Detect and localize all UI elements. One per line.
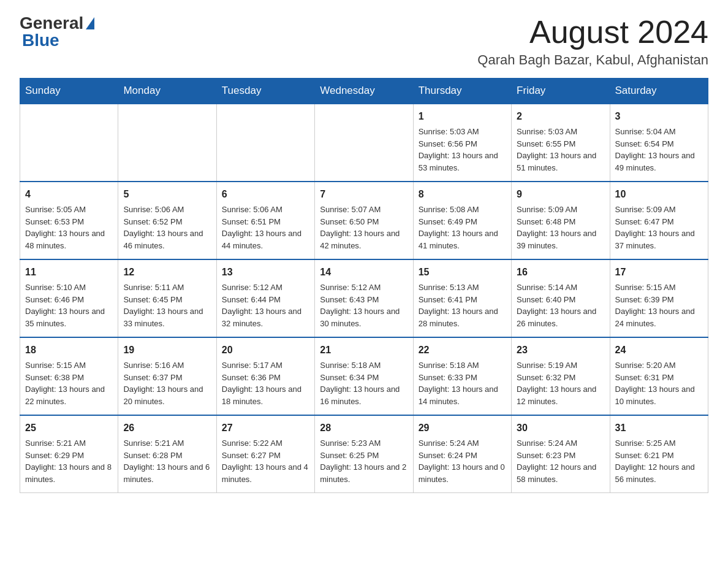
day-number: 13 bbox=[222, 265, 309, 280]
day-info: Sunrise: 5:21 AM Sunset: 6:29 PM Dayligh… bbox=[25, 437, 113, 485]
day-info: Sunrise: 5:15 AM Sunset: 6:39 PM Dayligh… bbox=[615, 282, 703, 329]
logo-triangle-icon bbox=[86, 17, 94, 29]
day-number: 26 bbox=[123, 421, 211, 435]
calendar-cell: 28Sunrise: 5:23 AM Sunset: 6:25 PM Dayli… bbox=[315, 415, 413, 493]
weekday-header-saturday: Saturday bbox=[610, 79, 708, 104]
day-number: 5 bbox=[123, 187, 211, 202]
day-info: Sunrise: 5:17 AM Sunset: 6:36 PM Dayligh… bbox=[222, 359, 309, 407]
calendar-cell: 7Sunrise: 5:07 AM Sunset: 6:50 PM Daylig… bbox=[315, 182, 413, 259]
calendar-cell: 18Sunrise: 5:15 AM Sunset: 6:38 PM Dayli… bbox=[20, 337, 118, 415]
day-number: 18 bbox=[25, 343, 113, 358]
day-info: Sunrise: 5:10 AM Sunset: 6:46 PM Dayligh… bbox=[25, 282, 113, 329]
calendar-cell: 4Sunrise: 5:05 AM Sunset: 6:53 PM Daylig… bbox=[20, 182, 118, 259]
day-info: Sunrise: 5:21 AM Sunset: 6:28 PM Dayligh… bbox=[123, 437, 211, 485]
day-info: Sunrise: 5:09 AM Sunset: 6:48 PM Dayligh… bbox=[517, 204, 604, 251]
title-area: August 2024 Qarah Bagh Bazar, Kabul, Afg… bbox=[477, 15, 708, 68]
day-number: 3 bbox=[615, 109, 703, 124]
calendar-week-row: 11Sunrise: 5:10 AM Sunset: 6:46 PM Dayli… bbox=[20, 259, 708, 337]
day-number: 28 bbox=[320, 421, 408, 435]
weekday-header-monday: Monday bbox=[118, 79, 216, 104]
calendar-cell: 11Sunrise: 5:10 AM Sunset: 6:46 PM Dayli… bbox=[20, 259, 118, 337]
day-number: 15 bbox=[419, 265, 506, 280]
calendar-cell: 15Sunrise: 5:13 AM Sunset: 6:41 PM Dayli… bbox=[413, 259, 511, 337]
day-info: Sunrise: 5:12 AM Sunset: 6:44 PM Dayligh… bbox=[222, 282, 309, 329]
calendar-cell: 8Sunrise: 5:08 AM Sunset: 6:49 PM Daylig… bbox=[413, 182, 511, 259]
day-info: Sunrise: 5:12 AM Sunset: 6:43 PM Dayligh… bbox=[320, 282, 408, 329]
day-number: 30 bbox=[517, 421, 604, 435]
day-info: Sunrise: 5:03 AM Sunset: 6:56 PM Dayligh… bbox=[419, 126, 506, 174]
calendar-week-row: 1Sunrise: 5:03 AM Sunset: 6:56 PM Daylig… bbox=[20, 104, 708, 182]
day-info: Sunrise: 5:11 AM Sunset: 6:45 PM Dayligh… bbox=[123, 282, 211, 329]
calendar-week-row: 25Sunrise: 5:21 AM Sunset: 6:29 PM Dayli… bbox=[20, 415, 708, 493]
calendar-cell bbox=[118, 104, 216, 182]
day-number: 16 bbox=[517, 265, 604, 280]
day-number: 8 bbox=[419, 187, 506, 202]
weekday-header-row: SundayMondayTuesdayWednesdayThursdayFrid… bbox=[20, 79, 708, 104]
calendar-cell: 29Sunrise: 5:24 AM Sunset: 6:24 PM Dayli… bbox=[413, 415, 511, 493]
day-number: 17 bbox=[615, 265, 703, 280]
day-info: Sunrise: 5:19 AM Sunset: 6:32 PM Dayligh… bbox=[517, 359, 604, 407]
calendar-week-row: 4Sunrise: 5:05 AM Sunset: 6:53 PM Daylig… bbox=[20, 182, 708, 259]
calendar-cell: 19Sunrise: 5:16 AM Sunset: 6:37 PM Dayli… bbox=[118, 337, 216, 415]
calendar-cell bbox=[20, 104, 118, 182]
day-number: 6 bbox=[222, 187, 309, 202]
day-number: 25 bbox=[25, 421, 113, 435]
logo-blue-text: Blue bbox=[22, 32, 59, 49]
day-number: 12 bbox=[123, 265, 211, 280]
calendar-table: SundayMondayTuesdayWednesdayThursdayFrid… bbox=[20, 78, 708, 493]
day-info: Sunrise: 5:13 AM Sunset: 6:41 PM Dayligh… bbox=[419, 282, 506, 329]
calendar-cell: 23Sunrise: 5:19 AM Sunset: 6:32 PM Dayli… bbox=[512, 337, 610, 415]
day-number: 11 bbox=[25, 265, 113, 280]
day-info: Sunrise: 5:24 AM Sunset: 6:24 PM Dayligh… bbox=[419, 437, 506, 485]
calendar-cell: 22Sunrise: 5:18 AM Sunset: 6:33 PM Dayli… bbox=[413, 337, 511, 415]
day-info: Sunrise: 5:15 AM Sunset: 6:38 PM Dayligh… bbox=[25, 359, 113, 407]
weekday-header-tuesday: Tuesday bbox=[216, 79, 314, 104]
weekday-header-thursday: Thursday bbox=[413, 79, 511, 104]
day-number: 7 bbox=[320, 187, 408, 202]
calendar-cell bbox=[216, 104, 314, 182]
day-info: Sunrise: 5:06 AM Sunset: 6:51 PM Dayligh… bbox=[222, 204, 309, 251]
day-number: 9 bbox=[517, 187, 604, 202]
calendar-cell: 20Sunrise: 5:17 AM Sunset: 6:36 PM Dayli… bbox=[216, 337, 314, 415]
day-number: 4 bbox=[25, 187, 113, 202]
day-info: Sunrise: 5:08 AM Sunset: 6:49 PM Dayligh… bbox=[419, 204, 506, 251]
calendar-cell: 3Sunrise: 5:04 AM Sunset: 6:54 PM Daylig… bbox=[610, 104, 708, 182]
day-info: Sunrise: 5:16 AM Sunset: 6:37 PM Dayligh… bbox=[123, 359, 211, 407]
day-info: Sunrise: 5:04 AM Sunset: 6:54 PM Dayligh… bbox=[615, 126, 703, 174]
day-number: 10 bbox=[615, 187, 703, 202]
calendar-cell: 5Sunrise: 5:06 AM Sunset: 6:52 PM Daylig… bbox=[118, 182, 216, 259]
month-year-title: August 2024 bbox=[477, 15, 708, 50]
calendar-cell: 9Sunrise: 5:09 AM Sunset: 6:48 PM Daylig… bbox=[512, 182, 610, 259]
day-number: 29 bbox=[419, 421, 506, 435]
weekday-header-friday: Friday bbox=[512, 79, 610, 104]
location-title: Qarah Bagh Bazar, Kabul, Afghanistan bbox=[477, 52, 708, 68]
day-number: 23 bbox=[517, 343, 604, 358]
weekday-header-sunday: Sunday bbox=[20, 79, 118, 104]
day-number: 24 bbox=[615, 343, 703, 358]
day-number: 19 bbox=[123, 343, 211, 358]
calendar-cell: 21Sunrise: 5:18 AM Sunset: 6:34 PM Dayli… bbox=[315, 337, 413, 415]
weekday-header-wednesday: Wednesday bbox=[315, 79, 413, 104]
calendar-cell: 26Sunrise: 5:21 AM Sunset: 6:28 PM Dayli… bbox=[118, 415, 216, 493]
calendar-cell: 24Sunrise: 5:20 AM Sunset: 6:31 PM Dayli… bbox=[610, 337, 708, 415]
calendar-cell: 1Sunrise: 5:03 AM Sunset: 6:56 PM Daylig… bbox=[413, 104, 511, 182]
calendar-cell: 27Sunrise: 5:22 AM Sunset: 6:27 PM Dayli… bbox=[216, 415, 314, 493]
day-info: Sunrise: 5:14 AM Sunset: 6:40 PM Dayligh… bbox=[517, 282, 604, 329]
calendar-cell: 10Sunrise: 5:09 AM Sunset: 6:47 PM Dayli… bbox=[610, 182, 708, 259]
day-info: Sunrise: 5:05 AM Sunset: 6:53 PM Dayligh… bbox=[25, 204, 113, 251]
day-info: Sunrise: 5:22 AM Sunset: 6:27 PM Dayligh… bbox=[222, 437, 309, 485]
day-number: 27 bbox=[222, 421, 309, 435]
day-info: Sunrise: 5:09 AM Sunset: 6:47 PM Dayligh… bbox=[615, 204, 703, 251]
day-info: Sunrise: 5:06 AM Sunset: 6:52 PM Dayligh… bbox=[123, 204, 211, 251]
calendar-cell: 14Sunrise: 5:12 AM Sunset: 6:43 PM Dayli… bbox=[315, 259, 413, 337]
day-info: Sunrise: 5:03 AM Sunset: 6:55 PM Dayligh… bbox=[517, 126, 604, 174]
day-info: Sunrise: 5:20 AM Sunset: 6:31 PM Dayligh… bbox=[615, 359, 703, 407]
day-number: 22 bbox=[419, 343, 506, 358]
day-info: Sunrise: 5:18 AM Sunset: 6:33 PM Dayligh… bbox=[419, 359, 506, 407]
day-number: 31 bbox=[615, 421, 703, 435]
day-number: 2 bbox=[517, 109, 604, 124]
calendar-cell bbox=[315, 104, 413, 182]
page-header: General Blue August 2024 Qarah Bagh Baza… bbox=[20, 15, 708, 68]
calendar-cell: 17Sunrise: 5:15 AM Sunset: 6:39 PM Dayli… bbox=[610, 259, 708, 337]
calendar-cell: 16Sunrise: 5:14 AM Sunset: 6:40 PM Dayli… bbox=[512, 259, 610, 337]
